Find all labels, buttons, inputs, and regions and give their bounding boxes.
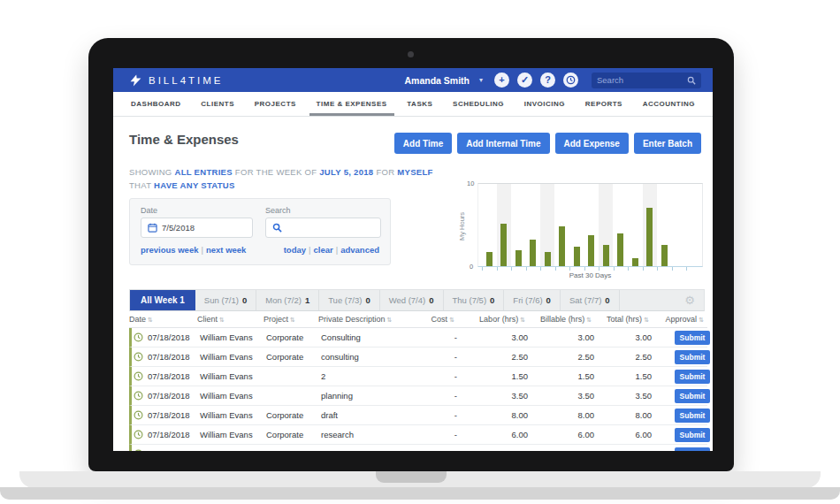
nav-item-scheduling[interactable]: SCHEDULING	[453, 92, 504, 116]
week-tab-label: Sat (7/7)	[569, 295, 601, 305]
date-value: 07/18/2018	[148, 371, 190, 381]
entry-search-input[interactable]	[265, 218, 381, 238]
column-header-label: Billable (hrs)	[540, 315, 584, 324]
sort-icon: ⇅	[219, 317, 225, 323]
column-header-label: Total (hrs)	[607, 315, 642, 324]
summary-text: SHOWING	[129, 167, 174, 177]
week-tab-label: Tue (7/3)	[328, 295, 362, 305]
user-menu[interactable]: Amanda Smith	[404, 75, 470, 86]
add-internal-time-button[interactable]: Add Internal Time	[457, 133, 549, 154]
column-header-project[interactable]: Project⇅	[263, 315, 318, 324]
total-cell: 6.00	[598, 430, 655, 439]
table-row: 07/18/2018William EvansCorporateresearch…	[129, 425, 707, 445]
column-header-cost[interactable]: Cost⇅	[423, 315, 458, 324]
time-entry-clock-icon	[134, 430, 143, 439]
description-cell: consulting	[321, 352, 425, 362]
table-row: 07/18/2018William EvansCorporateconsulti…	[129, 347, 707, 367]
date-input[interactable]: 7/5/2018	[141, 218, 253, 238]
week-tab-all[interactable]: All Week 1	[130, 290, 195, 310]
sort-icon: ⇅	[699, 317, 704, 323]
brand-text: BILL4TIME	[149, 75, 224, 86]
column-header-total-hrs-[interactable]: Total (hrs)⇅	[595, 315, 653, 324]
submit-button[interactable]: Submit	[675, 389, 710, 403]
gear-icon[interactable]: ⚙	[684, 294, 695, 307]
table-row: 07/18/2018William EvansCorporateConsulti…	[129, 328, 707, 347]
week-tab-count: 0	[429, 295, 433, 305]
nav-item-projects[interactable]: PROJECTS	[255, 92, 296, 116]
x-axis-tick	[511, 267, 512, 271]
y-axis-max-tick: 10	[467, 179, 474, 187]
timer-icon[interactable]	[563, 73, 578, 88]
approval-cell: Submit	[655, 389, 710, 403]
next-week-link[interactable]: next week	[206, 245, 246, 255]
week-tab-tue[interactable]: Tue (7/3)0	[319, 290, 380, 310]
nav-item-invoicing[interactable]: INVOICING	[524, 92, 565, 116]
week-tab-mon[interactable]: Mon (7/2)1	[256, 290, 319, 310]
submit-button[interactable]: Submit	[675, 331, 710, 345]
chart-bar	[559, 226, 565, 266]
date-cell: 07/18/2018	[132, 449, 200, 451]
check-icon[interactable]: ✓	[517, 73, 532, 88]
description-cell: draft	[321, 410, 425, 420]
submit-button[interactable]: Submit	[675, 409, 710, 423]
enter-batch-button[interactable]: Enter Batch	[634, 133, 701, 154]
global-search[interactable]	[592, 73, 701, 88]
cost-cell: -	[425, 332, 461, 342]
add-icon[interactable]: +	[494, 73, 509, 88]
approval-cell: Submit	[655, 447, 710, 452]
summary-link[interactable]: MYSELF	[397, 167, 432, 177]
today-link[interactable]: today	[284, 245, 306, 255]
column-header-labor-hrs-[interactable]: Labor (hrs)⇅	[458, 315, 529, 324]
previous-week-link[interactable]: previous week	[141, 245, 198, 255]
summary-link[interactable]: ALL ENTRIES	[174, 167, 232, 177]
week-tab-wed[interactable]: Wed (7/4)0	[380, 290, 444, 310]
x-axis-tick	[540, 267, 541, 271]
column-header-label: Cost	[431, 315, 448, 324]
x-axis-tick	[614, 267, 615, 271]
help-icon[interactable]: ?	[540, 73, 555, 88]
billable-cell: 2.50	[531, 352, 598, 362]
week-tab-label: Mon (7/2)	[265, 295, 302, 305]
week-tab-sun[interactable]: Sun (7/1)0	[195, 290, 256, 310]
column-header-approval[interactable]: Approval⇅	[653, 315, 707, 324]
add-time-button[interactable]: Add Time	[394, 133, 452, 154]
column-header-client[interactable]: Client⇅	[197, 315, 263, 324]
filter-summary: SHOWING ALL ENTRIES FOR THE WEEK OF JULY…	[129, 165, 434, 192]
date-value: 07/18/2018	[148, 410, 190, 420]
submit-button[interactable]: Submit	[675, 350, 710, 364]
column-header-private-description[interactable]: Private Description⇅	[318, 315, 423, 324]
date-cell: 07/18/2018	[132, 410, 200, 420]
brand-logo[interactable]: BILL4TIME	[129, 74, 224, 87]
summary-link[interactable]: JULY 5, 2018	[319, 167, 373, 177]
main-nav: DASHBOARDCLIENTSPROJECTSTIME & EXPENSEST…	[113, 92, 713, 117]
nav-item-accounting[interactable]: ACCOUNTING	[643, 92, 695, 116]
x-axis-label: Past 30 Days	[477, 271, 703, 279]
week-tab-sat[interactable]: Sat (7/7)0	[561, 290, 620, 310]
cost-cell: -	[425, 430, 461, 439]
week-tab-fri[interactable]: Fri (7/6)0	[504, 290, 561, 310]
advanced-link[interactable]: advanced	[340, 245, 379, 255]
submit-button[interactable]: Submit	[675, 428, 710, 442]
app-header: BILL4TIME Amanda Smith ▾ + ✓ ?	[113, 68, 713, 92]
nav-item-time-expenses[interactable]: TIME & EXPENSES	[317, 92, 387, 116]
summary-link[interactable]: HAVE ANY STATUS	[154, 180, 235, 190]
filter-panel: Date 7/5/2018 Search previous week|next …	[129, 198, 391, 265]
column-header-billable-hrs-[interactable]: Billable (hrs)⇅	[529, 315, 595, 324]
submit-button[interactable]: Submit	[675, 447, 710, 452]
summary-text: FOR THE WEEK OF	[233, 167, 319, 177]
nav-item-dashboard[interactable]: DASHBOARD	[131, 92, 181, 116]
column-header-date[interactable]: Date⇅	[129, 315, 197, 324]
week-tab-thu[interactable]: Thu (7/5)0	[444, 290, 505, 310]
app-screen: BILL4TIME Amanda Smith ▾ + ✓ ?	[113, 68, 713, 451]
submit-button[interactable]: Submit	[675, 370, 710, 384]
client-cell: William Evans	[200, 410, 266, 420]
nav-item-clients[interactable]: CLIENTS	[201, 92, 234, 116]
add-expense-button[interactable]: Add Expense	[555, 133, 629, 154]
nav-item-reports[interactable]: REPORTS	[585, 92, 622, 116]
clear-link[interactable]: clear	[314, 245, 333, 255]
client-cell: William Evans	[200, 449, 266, 451]
billable-cell: 3.50	[531, 391, 598, 401]
column-header-label: Private Description	[318, 315, 386, 324]
nav-item-tasks[interactable]: TASKS	[407, 92, 432, 116]
global-search-input[interactable]	[597, 75, 687, 85]
